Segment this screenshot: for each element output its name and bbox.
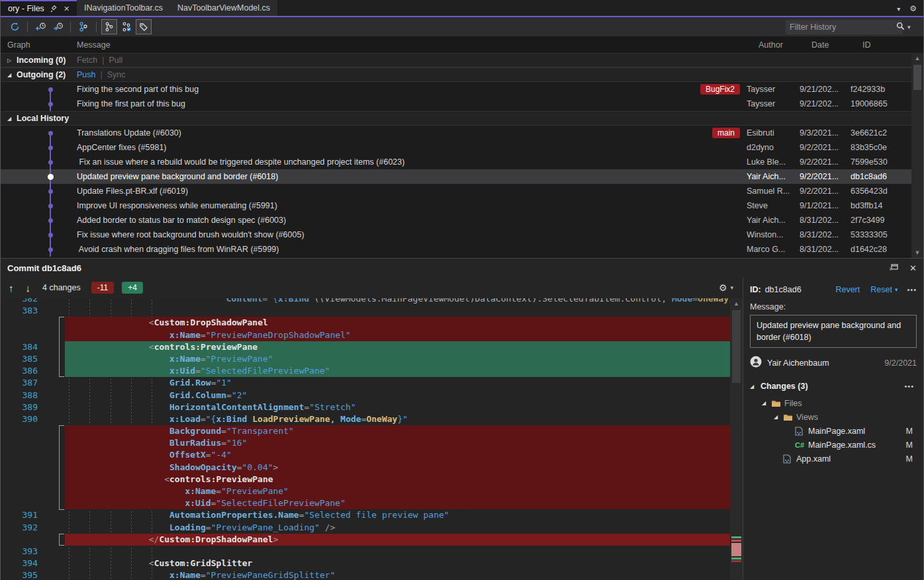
close-tab-icon[interactable]: ✕ — [64, 5, 69, 13]
code-token: Mode — [672, 298, 692, 304]
code-line[interactable]: 383 — [1, 305, 743, 317]
code-line[interactable]: 395x:Name="PreviewPaneGridSplitter" — [1, 569, 743, 580]
code-line[interactable]: <Custom:DropShadowPanel — [1, 317, 743, 329]
collapse-icon[interactable]: ◢ — [7, 116, 17, 122]
commit-message-box[interactable]: Updated preview pane background and bord… — [750, 315, 917, 348]
push-button[interactable] — [50, 19, 66, 34]
show-graph-column-toggle[interactable] — [101, 19, 117, 34]
search-icon[interactable] — [896, 21, 905, 33]
window-options-gear-icon[interactable]: ⚙ — [909, 4, 917, 13]
document-tabbar: ory - Files ✕ INavigationToolbar.cs NavT… — [1, 0, 923, 17]
scroll-up-icon[interactable]: ▲ — [730, 300, 743, 307]
commit-details-pane: Commit db1c8ad6 ✕ ↑ ↓ 4 changes -11 +4 ⚙ — [1, 258, 923, 580]
code-line[interactable]: x:Uid="SelectedFilePreviewPane" — [1, 497, 743, 509]
commit-row[interactable]: Avoid crash when dragging files from Win… — [1, 242, 911, 257]
code-line[interactable]: 385x:Name="PreviewPane" — [1, 353, 743, 365]
next-change-button[interactable]: ↓ — [26, 282, 31, 294]
commit-row[interactable]: Fix issue where root background brush wo… — [1, 228, 911, 242]
show-merge-commits-toggle[interactable] — [118, 19, 134, 34]
code-line[interactable]: 389HorizontalContentAlignment="Stretch" — [1, 401, 743, 413]
code-token: < — [149, 558, 154, 568]
code-line[interactable]: </Custom:DropShadowPanel> — [1, 534, 743, 546]
diff-editor[interactable]: 382Content="{x:Bind ((ViewModels:MainPag… — [1, 298, 743, 580]
code-line[interactable]: 386x:Uid="SelectedFilePreviewPane" — [1, 365, 743, 377]
editor-scrollbar[interactable]: ▲ — [730, 298, 743, 580]
change-tree-row[interactable]: App.xamlM — [750, 452, 917, 466]
scroll-up-icon[interactable]: ▲ — [911, 55, 923, 62]
commit-row[interactable]: Improve UI responsiveness while enumerat… — [1, 198, 911, 213]
commit-row[interactable]: Fixing the first part of this bugTaysser… — [1, 97, 911, 111]
window-position-chevron-icon[interactable]: ▾ — [897, 5, 900, 13]
more-actions-icon[interactable]: ••• — [907, 286, 917, 294]
changes-expander-icon[interactable]: ◢ — [750, 384, 761, 390]
branch-button[interactable] — [75, 19, 91, 34]
change-item-label: App.xaml — [796, 454, 831, 464]
code-line[interactable]: Background="Transparent" — [1, 425, 743, 437]
code-line[interactable]: x:Name="PreviewPane" — [1, 485, 743, 497]
revert-link[interactable]: Revert — [835, 285, 860, 294]
code-line[interactable]: BlurRadius="16" — [1, 437, 743, 449]
reset-link[interactable]: Reset — [870, 285, 892, 294]
tree-expander-icon[interactable]: ◢ — [762, 400, 771, 406]
tab-navtoolbarviewmodel[interactable]: NavToolbarViewModel.cs — [170, 0, 277, 16]
change-tree-row[interactable]: ◢Files — [750, 396, 917, 410]
commit-row[interactable]: AppCenter fixes (#5981)d2dyno9/2/2021...… — [1, 140, 911, 155]
diff-settings-chevron-icon[interactable]: ▾ — [730, 284, 733, 291]
diff-settings-gear-icon[interactable]: ⚙ — [719, 282, 727, 293]
code-line[interactable]: 388Grid.Column="2" — [1, 390, 743, 401]
reset-chevron-icon[interactable]: ▾ — [895, 286, 898, 293]
scroll-down-icon[interactable]: ▼ — [911, 249, 923, 256]
history-column-header: Graph Message Author Date ID — [1, 36, 923, 53]
code-token: LoadPreviewPane — [252, 414, 330, 424]
change-tree-row[interactable]: ◢Views — [750, 410, 917, 424]
change-tree-row[interactable]: MainPage.xamlM — [750, 424, 917, 438]
commit-row[interactable]: Updated preview pane background and bord… — [1, 169, 911, 184]
close-pane-icon[interactable]: ✕ — [909, 263, 917, 273]
filter-history-input[interactable] — [790, 22, 896, 32]
collapse-icon[interactable]: ◢ — [7, 72, 17, 78]
line-number: 390 — [1, 413, 42, 425]
code-line[interactable]: 384<controls:PreviewPane — [1, 341, 743, 353]
code-line[interactable]: 392Loading="PreviewPane_Loading" /> — [1, 522, 743, 534]
change-tree-row[interactable]: C#MainPage.xaml.csM — [750, 438, 917, 452]
push-link[interactable]: Push — [77, 70, 96, 79]
previous-change-button[interactable]: ↑ — [9, 282, 14, 294]
dock-icon[interactable] — [889, 263, 899, 273]
code-token: Custom:DropShadowPanel — [154, 317, 268, 327]
commit-row[interactable]: Update Files.pt-BR.xlf (#6019)Samuel R..… — [1, 184, 911, 198]
code-line[interactable]: OffsetX="-4" — [1, 449, 743, 461]
history-section-row[interactable]: ◢Outgoing (2)Push|Sync — [1, 67, 911, 82]
history-section-row[interactable]: ◢Local History — [1, 111, 911, 126]
tab-inavigationtoolbar[interactable]: INavigationToolbar.cs — [77, 0, 170, 16]
search-options-chevron-icon[interactable]: ▾ — [907, 24, 911, 30]
commit-row[interactable]: Fix an issue where a rebuild would be tr… — [1, 155, 911, 169]
commit-row[interactable]: Added border to status bar to match desi… — [1, 213, 911, 228]
code-line[interactable]: <controls:PreviewPane — [1, 474, 743, 485]
filter-history-box: ▾ — [786, 20, 902, 34]
code-line[interactable]: 382Content="{x:Bind ((ViewModels:MainPag… — [1, 298, 743, 305]
history-scrollbar[interactable]: ▲ ▼ — [911, 53, 923, 258]
refresh-button[interactable] — [7, 19, 23, 34]
code-line[interactable]: 390x:Load="{x:Bind LoadPreviewPane, Mode… — [1, 413, 743, 425]
tab-history-files[interactable]: ory - Files ✕ — [1, 0, 77, 16]
code-line[interactable]: 393 — [1, 546, 743, 558]
fetch-button[interactable] — [32, 19, 48, 34]
scrollbar-thumb[interactable] — [913, 65, 921, 90]
pin-icon[interactable] — [50, 5, 58, 13]
scrollbar-thumb[interactable] — [732, 310, 741, 383]
show-tags-toggle[interactable] — [136, 19, 152, 34]
commit-message: Fixing the second part of this bug — [77, 85, 199, 94]
code-line[interactable]: 394<Custom:GridSplitter — [1, 558, 743, 569]
code-line[interactable]: 391AutomationProperties.Name="Selected f… — [1, 509, 743, 521]
tree-expander-icon[interactable]: ◢ — [774, 414, 783, 420]
commit-row[interactable]: Translations Update (#6030)mainEsibruti9… — [1, 126, 911, 140]
graph-commit-dot — [48, 233, 53, 237]
changes-more-icon[interactable]: ••• — [904, 382, 914, 390]
history-section-row[interactable]: ▷Incoming (0)Fetch|Pull — [1, 53, 911, 67]
expand-icon[interactable]: ▷ — [7, 58, 17, 63]
code-line[interactable]: ShadowOpacity="0.04"> — [1, 462, 743, 474]
code-line[interactable]: 387Grid.Row="1" — [1, 377, 743, 389]
code-line[interactable]: x:Name="PreviewPaneDropShadowPanel" — [1, 329, 743, 341]
commit-date: 9/2/2021... — [800, 157, 851, 167]
commit-row[interactable]: Fixing the second part of this bugBugFix… — [1, 82, 911, 97]
